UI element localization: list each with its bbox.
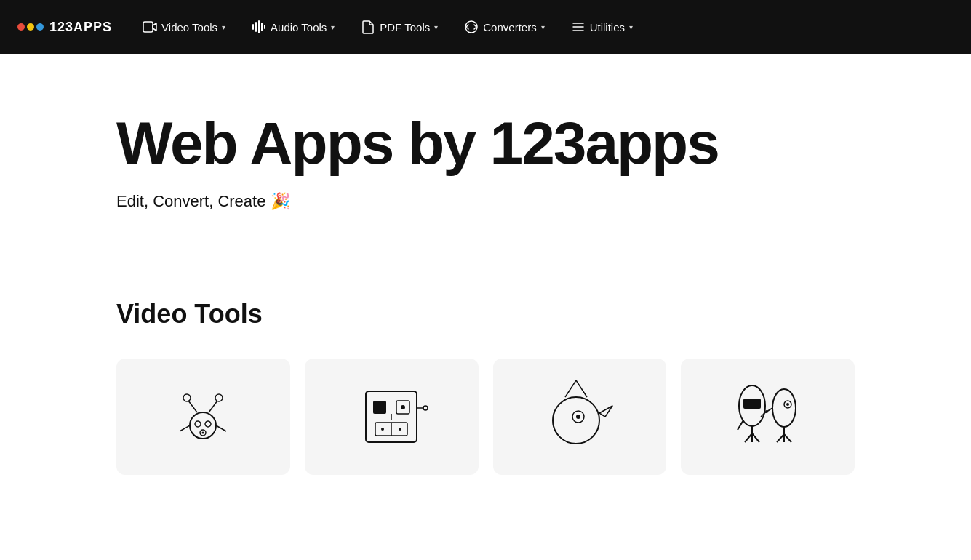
svg-point-25	[401, 405, 405, 409]
card-illustration-4	[724, 373, 812, 460]
svg-rect-2	[255, 22, 257, 32]
chevron-down-icon: ▾	[222, 23, 225, 31]
svg-rect-4	[261, 23, 263, 31]
tool-card-1[interactable]	[116, 359, 290, 475]
section-divider	[116, 255, 855, 255]
svg-point-15	[183, 394, 191, 401]
video-icon	[143, 20, 157, 34]
svg-rect-1	[252, 24, 254, 30]
svg-point-21	[202, 432, 204, 434]
chevron-down-icon: ▾	[629, 23, 633, 31]
hero-subtitle: Edit, Convert, Create 🎉	[116, 192, 855, 211]
card-illustration-2	[348, 373, 435, 460]
svg-line-49	[784, 434, 791, 442]
svg-rect-23	[373, 401, 386, 414]
nav-label-converters: Converters	[483, 21, 536, 33]
nav-item-audio-tools[interactable]: Audio Tools ▾	[241, 14, 345, 40]
svg-point-44	[772, 389, 796, 427]
svg-rect-5	[264, 25, 265, 29]
svg-point-11	[190, 412, 216, 439]
nav-item-converters[interactable]: Converters ▾	[454, 14, 554, 40]
logo-dots	[17, 23, 44, 31]
card-illustration-3	[536, 373, 623, 460]
main-content: Web Apps by 123apps Edit, Convert, Creat…	[0, 54, 971, 519]
tool-card-2[interactable]	[305, 359, 479, 475]
svg-line-48	[777, 434, 784, 442]
tool-card-4[interactable]	[681, 359, 855, 475]
svg-point-30	[399, 428, 401, 431]
svg-point-51	[765, 410, 768, 413]
utilities-icon	[571, 20, 586, 34]
svg-line-18	[180, 425, 190, 431]
pdf-icon	[361, 20, 375, 34]
svg-line-16	[209, 401, 217, 412]
svg-rect-37	[743, 399, 761, 409]
logo-text: 123APPS	[49, 20, 112, 35]
logo[interactable]: 123APPS	[17, 20, 112, 35]
svg-point-6	[465, 21, 477, 33]
svg-point-17	[215, 394, 223, 401]
tool-card-3[interactable]	[493, 359, 667, 475]
chevron-down-icon: ▾	[434, 23, 438, 31]
svg-point-13	[205, 421, 211, 427]
video-tools-section-title: Video Tools	[116, 299, 855, 329]
card-illustration-1	[159, 373, 247, 460]
svg-point-46	[786, 403, 789, 406]
nav-label-audio-tools: Audio Tools	[271, 21, 327, 33]
video-tools-cards	[116, 359, 855, 475]
dot-red	[17, 23, 25, 31]
svg-point-29	[381, 428, 384, 431]
chevron-down-icon: ▾	[331, 23, 335, 31]
svg-line-19	[216, 425, 226, 431]
svg-rect-3	[258, 20, 260, 33]
svg-point-33	[553, 397, 599, 444]
svg-point-35	[576, 415, 580, 419]
audio-icon	[252, 20, 266, 34]
svg-point-12	[195, 421, 201, 427]
nav-label-video-tools: Video Tools	[161, 21, 217, 33]
nav-label-pdf-tools: PDF Tools	[380, 21, 430, 33]
chevron-down-icon: ▾	[541, 23, 545, 31]
nav-item-pdf-tools[interactable]: PDF Tools ▾	[351, 14, 448, 40]
svg-line-42	[738, 420, 743, 430]
hero-title: Web Apps by 123apps	[116, 112, 855, 175]
dot-yellow	[27, 23, 34, 31]
svg-rect-0	[143, 22, 153, 32]
nav-item-video-tools[interactable]: Video Tools ▾	[132, 14, 236, 40]
nav-label-utilities: Utilities	[590, 21, 625, 33]
svg-line-14	[188, 401, 197, 412]
navbar: 123APPS Video Tools ▾ Audio Tools ▾	[0, 0, 971, 54]
svg-line-41	[752, 433, 759, 442]
nav-item-utilities[interactable]: Utilities ▾	[561, 14, 643, 40]
svg-line-40	[745, 433, 752, 442]
dot-blue	[36, 23, 44, 31]
converters-icon	[464, 20, 479, 34]
